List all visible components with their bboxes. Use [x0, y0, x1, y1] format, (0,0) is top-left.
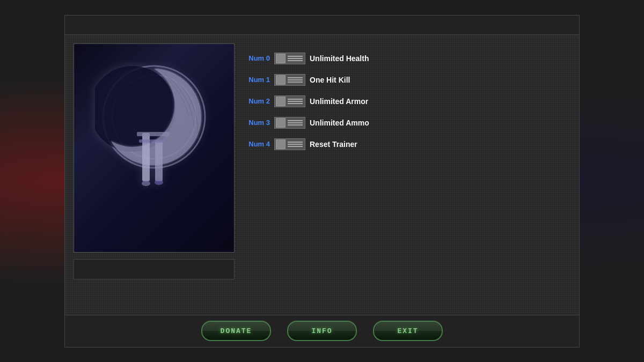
toggle-line-1-0 — [288, 77, 303, 78]
cheat-row-0: Num 0Unlimited Health — [245, 49, 570, 68]
toggle-line-2-0 — [288, 99, 303, 100]
quake-logo — [95, 58, 213, 197]
donate-button[interactable]: DONATE — [201, 321, 271, 341]
toggle-line-2-2 — [288, 103, 303, 104]
cheat-row-4: Num 4Reset Trainer — [245, 135, 570, 154]
toggle-line-4-1 — [288, 144, 303, 145]
cheat-toggle-knob-3 — [276, 118, 286, 128]
cheat-toggle-lines-2 — [288, 99, 303, 104]
toggle-line-4-0 — [288, 142, 303, 143]
info-button-label: INFO — [311, 327, 332, 335]
donate-button-label: DONATE — [221, 327, 252, 335]
cheat-label-0: Unlimited Health — [310, 54, 369, 63]
exit-button-label: EXIT — [397, 327, 418, 335]
cheat-toggle-1[interactable] — [274, 74, 305, 86]
info-button[interactable]: INFO — [287, 321, 357, 341]
cheat-toggle-lines-0 — [288, 56, 303, 61]
toggle-line-0-0 — [288, 56, 303, 57]
svg-point-7 — [142, 181, 150, 186]
toggle-line-2-1 — [288, 101, 303, 102]
cheat-toggle-2[interactable] — [274, 95, 305, 107]
cheat-toggle-knob-2 — [276, 97, 286, 106]
cheat-row-2: Num 2Unlimited Armor — [245, 92, 570, 111]
cheat-toggle-knob-1 — [276, 75, 286, 85]
cheat-label-1: One Hit Kill — [310, 76, 350, 84]
svg-rect-4 — [155, 141, 163, 181]
toggle-line-1-2 — [288, 82, 303, 83]
exit-button[interactable]: EXIT — [373, 321, 443, 341]
cheat-toggle-4[interactable] — [274, 138, 305, 150]
cheat-label-2: Unlimited Armor — [310, 97, 368, 106]
title-bar — [65, 16, 579, 35]
app-background: Num 0Unlimited HealthNum 1One Hit KillNu… — [0, 0, 644, 362]
cheat-row-3: Num 3Unlimited Ammo — [245, 113, 570, 132]
svg-rect-5 — [137, 132, 169, 136]
toggle-line-1-1 — [288, 79, 303, 80]
cheat-key-1: Num 1 — [245, 76, 270, 84]
cheat-toggle-lines-1 — [288, 77, 303, 83]
main-window: Num 0Unlimited HealthNum 1One Hit KillNu… — [64, 15, 580, 348]
game-cover — [74, 43, 235, 253]
svg-rect-6 — [139, 139, 167, 143]
cheat-label-4: Reset Trainer — [310, 140, 357, 149]
cheat-toggle-knob-4 — [276, 139, 286, 149]
content-area: Num 0Unlimited HealthNum 1One Hit KillNu… — [65, 35, 579, 315]
cheat-toggle-lines-4 — [288, 142, 303, 147]
game-info-panel — [74, 259, 235, 279]
cheat-label-3: Unlimited Ammo — [310, 119, 369, 127]
toggle-line-3-2 — [288, 124, 303, 125]
toggle-line-3-1 — [288, 122, 303, 123]
cheat-toggle-0[interactable] — [274, 53, 305, 64]
cheat-key-2: Num 2 — [245, 97, 270, 105]
cheat-key-0: Num 0 — [245, 54, 270, 62]
cheat-toggle-3[interactable] — [274, 117, 305, 129]
toggle-line-0-2 — [288, 60, 303, 61]
cheat-row-1: Num 1One Hit Kill — [245, 70, 570, 90]
bottom-bar: DONATEINFOEXIT — [65, 315, 579, 347]
cheat-key-4: Num 4 — [245, 140, 270, 148]
cheat-toggle-lines-3 — [288, 120, 303, 125]
cheats-panel: Num 0Unlimited HealthNum 1One Hit KillNu… — [245, 43, 570, 306]
toggle-line-4-2 — [288, 146, 303, 147]
cheat-toggle-knob-0 — [276, 54, 286, 63]
toggle-line-3-0 — [288, 120, 303, 121]
cheat-key-3: Num 3 — [245, 119, 270, 127]
svg-point-8 — [155, 180, 163, 185]
toggle-line-0-1 — [288, 58, 303, 59]
left-panel — [74, 43, 235, 306]
